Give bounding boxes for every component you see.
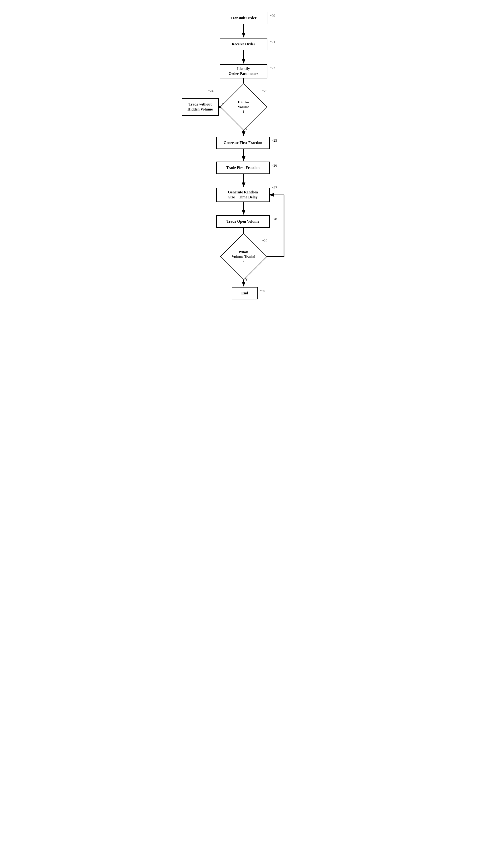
node-hidden-volume: HiddenVolume? [227, 90, 260, 124]
ref-26: ~26 [272, 163, 277, 167]
ref-24: ~24 [208, 89, 213, 93]
y-label2: Y [245, 278, 247, 282]
node-trade-without-hidden-volume: Trade without Hidden Volume [182, 98, 219, 116]
ref-28: ~28 [272, 217, 277, 221]
ref-22: ~22 [270, 66, 275, 70]
ref-20: ~20 [270, 14, 275, 18]
node-generate-first-fraction: Generate First Fraction [216, 136, 270, 149]
node-whole-volume-traded: WholeVolume Traded? [227, 240, 260, 273]
node-receive-order: Receive Order [220, 38, 267, 50]
ref-27: ~27 [272, 186, 277, 190]
node-transmit-order: Transmit Order [220, 12, 267, 24]
ref-29: ~29 [262, 239, 267, 243]
ref-21: ~21 [270, 40, 275, 44]
node-trade-first-fraction: Trade First Fraction [216, 162, 270, 174]
node-identify-order-params: Identify Order Parameters [220, 64, 267, 79]
node-end: End [232, 287, 258, 300]
ref-23: ~23 [262, 89, 267, 93]
flowchart-container: N Y Y Transmit Order ~20 Receive Order ~… [177, 5, 310, 242]
node-generate-random-size-time-delay: Generate Random Size + Time Delay [216, 188, 270, 202]
ref-25: ~25 [272, 138, 277, 143]
node-trade-open-volume: Trade Open Volume [216, 215, 270, 228]
ref-30: ~30 [260, 289, 265, 293]
